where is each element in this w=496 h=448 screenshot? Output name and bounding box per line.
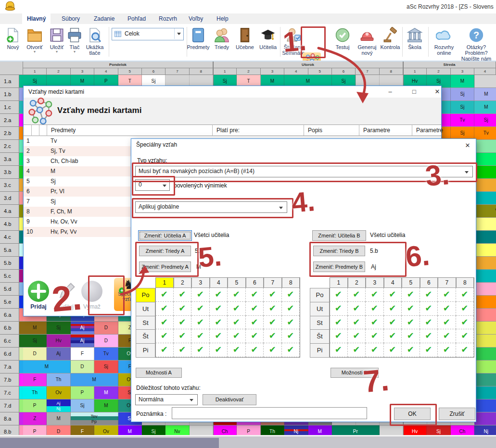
change-teachers-a-button[interactable]: Zmeniť: Učitelia A [138, 230, 192, 241]
lesson-card[interactable]: Ch [451, 425, 474, 435]
delete-relation-button[interactable] [81, 281, 102, 302]
lesson-card[interactable]: F [71, 425, 94, 435]
lesson-card[interactable]: Nj [474, 425, 496, 435]
test-button[interactable]: Testuj [331, 25, 354, 60]
lesson-card[interactable]: Tv [474, 127, 496, 139]
change-subjects-a-button[interactable]: Zmeniť: Predmety A [139, 261, 191, 272]
lesson-card[interactable]: TevPp [71, 412, 118, 425]
lesson-card[interactable]: Sj [142, 425, 165, 435]
questions-help-button[interactable]: ? Otázky? Problém? Napíšte nám [457, 25, 496, 60]
lesson-card[interactable] [474, 373, 496, 386]
lesson-card[interactable]: Sj [71, 399, 94, 412]
apply-scope-select[interactable]: Aplikuj globálne [135, 201, 287, 213]
lesson-card[interactable]: M [118, 425, 142, 435]
importance-select[interactable]: Normálna [135, 394, 198, 405]
open-button[interactable]: Otvoriť▾ [24, 25, 46, 60]
check-button[interactable]: Kontrola [379, 25, 401, 60]
lesson-card[interactable]: Sj [451, 88, 474, 100]
exceptions-select[interactable]: 0 [135, 179, 170, 191]
lesson-card[interactable] [474, 140, 496, 152]
lesson-card[interactable]: F [71, 348, 94, 360]
lesson-card[interactable]: AjNj [47, 399, 70, 412]
lesson-card[interactable] [474, 412, 496, 425]
options-b-button[interactable]: Možnosti B [331, 368, 379, 378]
maximize-button[interactable]: □ [407, 87, 421, 97]
lesson-card[interactable] [474, 153, 496, 165]
school-button[interactable]: Škola [404, 25, 425, 60]
lesson-card[interactable]: D [94, 335, 118, 347]
lesson-card[interactable] [474, 361, 496, 373]
lesson-card[interactable]: M [474, 101, 496, 113]
lesson-card[interactable]: Aj [71, 322, 94, 334]
lesson-card[interactable] [474, 322, 496, 334]
lesson-card[interactable]: Tv [94, 348, 118, 360]
lesson-card[interactable]: M [47, 412, 70, 425]
lesson-card[interactable] [474, 335, 496, 347]
lesson-card[interactable]: D [47, 425, 70, 435]
lesson-card[interactable] [474, 179, 496, 191]
view-select[interactable]: Celok [112, 28, 184, 40]
lesson-card[interactable] [474, 309, 496, 321]
ok-button[interactable]: OK [394, 408, 431, 420]
lesson-card[interactable]: Th [23, 386, 47, 399]
lesson-card[interactable]: M [94, 386, 118, 399]
deactivate-button[interactable]: Deaktivovať [203, 394, 256, 405]
lesson-card[interactable]: F [23, 373, 47, 386]
lesson-card[interactable]: M [474, 88, 496, 100]
lesson-card[interactable] [474, 231, 496, 243]
lesson-card[interactable]: P [71, 386, 94, 399]
lesson-card[interactable]: Sj [474, 114, 496, 126]
print-preview-button[interactable]: Ukážka tlače [83, 25, 107, 60]
relation-type-select[interactable]: Musí byť na rovnakých pozíciach (A=B) (#… [135, 166, 473, 177]
lesson-card[interactable]: Sj [23, 335, 47, 347]
lesson-card[interactable] [474, 399, 496, 412]
lesson-card[interactable]: Sj [427, 425, 450, 435]
menu-zadanie[interactable]: Zadanie [89, 13, 119, 24]
scrollbar-thumb[interactable] [0, 438, 219, 448]
lesson-card[interactable]: M [23, 322, 47, 334]
menu-pohlad[interactable]: Pohľad [123, 13, 151, 24]
lesson-card[interactable] [474, 296, 496, 308]
lesson-card[interactable] [474, 192, 496, 204]
teachers-button[interactable]: Učitelia [257, 25, 279, 60]
horizontal-scrollbar[interactable] [0, 435, 496, 448]
edit-relation-button[interactable] [56, 281, 77, 302]
subjects-button[interactable]: Predmety [186, 25, 211, 60]
lesson-card[interactable]: Aj [71, 335, 94, 347]
lesson-card[interactable]: Aj [47, 348, 70, 360]
lesson-card[interactable]: Nj [284, 425, 308, 435]
lesson-card[interactable]: P [237, 425, 260, 435]
lesson-card[interactable]: M [94, 399, 118, 412]
lesson-card[interactable]: Ov [94, 425, 118, 435]
close-button[interactable]: ✕ [460, 141, 475, 150]
lesson-card[interactable]: D [71, 361, 94, 373]
lesson-card[interactable]: D [23, 348, 47, 360]
lesson-card[interactable]: M [23, 361, 71, 373]
lesson-card[interactable]: Sj [451, 101, 474, 113]
print-button[interactable]: Tlač▾ [65, 25, 84, 60]
change-teachers-b-button[interactable]: Zmeniť: Učitelia B [312, 230, 366, 241]
generate-new-button[interactable]: Generuj nový [355, 25, 379, 60]
lesson-card[interactable]: P [23, 425, 47, 435]
change-classes-a-button[interactable]: Zmeniť: Triedy A [139, 246, 191, 256]
save-button[interactable]: Uložiť▾ [46, 25, 67, 60]
lesson-card[interactable]: M [71, 373, 118, 386]
close-button[interactable]: ✕ [430, 87, 445, 97]
lesson-card[interactable]: Ch [213, 425, 237, 435]
lesson-card[interactable] [474, 386, 496, 399]
change-subjects-b-button[interactable]: Zmeniť: Predmety B [313, 261, 365, 272]
lesson-card[interactable]: Sj [47, 322, 70, 334]
lesson-card[interactable] [474, 270, 496, 282]
classes-button[interactable]: Triedy [212, 25, 232, 60]
lesson-card[interactable]: Hv [47, 335, 70, 347]
lesson-card[interactable]: Th [261, 425, 284, 435]
lesson-card[interactable]: Sj [451, 127, 474, 139]
lesson-card[interactable] [474, 257, 496, 269]
lesson-card[interactable]: M [308, 425, 332, 435]
add-relation-button[interactable] [28, 281, 49, 302]
lesson-card[interactable]: D [94, 322, 118, 334]
new-button[interactable]: Nový [2, 25, 24, 60]
lesson-card[interactable]: P [23, 399, 47, 412]
menu-hlavny[interactable]: Hlavný [22, 13, 51, 24]
lesson-card[interactable]: Z [23, 412, 47, 425]
